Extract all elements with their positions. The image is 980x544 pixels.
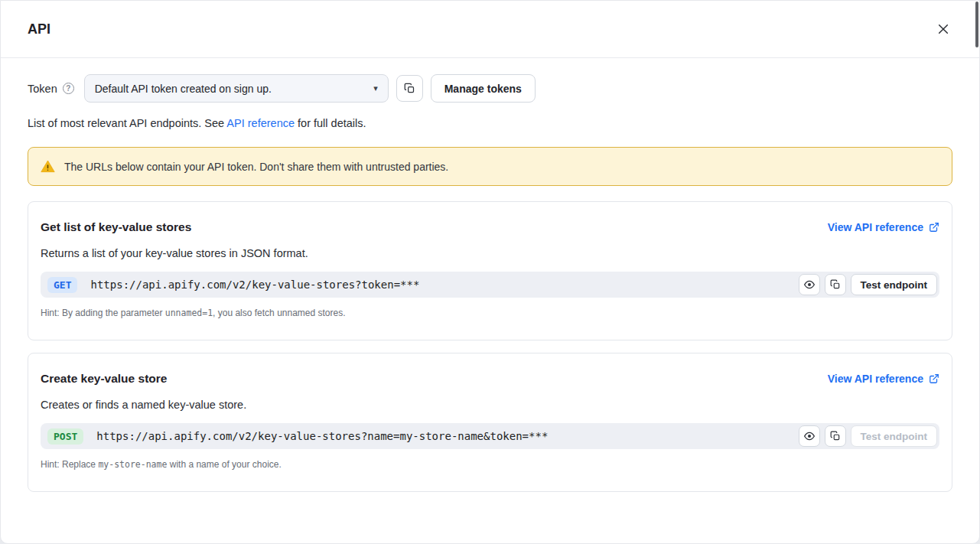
hint-code: my-store-name [98, 459, 167, 470]
endpoint-url-bar: POST https://api.apify.com/v2/key-value-… [41, 423, 939, 449]
manage-tokens-button[interactable]: Manage tokens [431, 74, 536, 103]
close-icon [937, 23, 949, 35]
method-badge: POST [47, 428, 83, 445]
token-row: Token ? Default API token created on sig… [28, 74, 952, 103]
endpoint-card-get-list: Get list of key-value stores View API re… [28, 201, 952, 340]
dialog-body: Token ? Default API token created on sig… [1, 74, 979, 492]
hint-text-after: with a name of your choice. [167, 459, 281, 470]
url-actions: Test endpoint [799, 274, 938, 295]
token-label: Token [28, 83, 57, 95]
card-header: Create key-value store View API referenc… [41, 372, 939, 386]
page-title: API [28, 21, 50, 37]
reveal-token-button[interactable] [799, 425, 820, 447]
dialog-header: API [1, 1, 979, 58]
copy-token-button[interactable] [396, 75, 423, 102]
view-api-reference-link[interactable]: View API reference [828, 373, 939, 385]
copy-url-button[interactable] [825, 425, 846, 447]
test-endpoint-button[interactable]: Test endpoint [851, 425, 938, 447]
eye-icon [803, 430, 816, 442]
token-select[interactable]: Default API token created on sign up. ▾ [84, 74, 389, 103]
endpoint-url-bar: GET https://api.apify.com/v2/key-value-s… [41, 272, 939, 298]
endpoint-description: Returns a list of your key-value stores … [41, 247, 939, 259]
endpoint-hint: Hint: Replace my-store-name with a name … [41, 459, 939, 470]
hint-text-after: , you also fetch unnamed stores. [213, 308, 345, 318]
api-reference-link[interactable]: API reference [226, 117, 295, 129]
method-badge: GET [47, 277, 77, 293]
intro-text-after: for full details. [295, 117, 366, 129]
endpoint-card-create-store: Create key-value store View API referenc… [28, 353, 952, 492]
view-api-reference-label: View API reference [828, 373, 923, 385]
test-endpoint-button[interactable]: Test endpoint [851, 274, 938, 295]
hint-text-before: Hint: Replace [41, 459, 98, 470]
endpoint-hint: Hint: By adding the parameter unnamed=1,… [41, 308, 939, 318]
endpoint-url: https://api.apify.com/v2/key-value-store… [96, 430, 548, 442]
endpoint-title: Create key-value store [41, 372, 167, 386]
api-dialog: API Token ? Default API token created on… [0, 0, 980, 544]
view-api-reference-link[interactable]: View API reference [828, 221, 939, 233]
copy-icon [830, 279, 841, 290]
help-icon[interactable]: ? [63, 83, 74, 94]
card-header: Get list of key-value stores View API re… [41, 220, 939, 234]
scrollbar-thumb[interactable] [975, 2, 978, 47]
view-api-reference-label: View API reference [828, 221, 923, 233]
intro-text-before: List of most relevant API endpoints. See [28, 117, 226, 129]
warning-icon [41, 159, 55, 174]
endpoint-title: Get list of key-value stores [41, 220, 191, 234]
chevron-down-icon: ▾ [373, 83, 378, 93]
copy-icon [404, 83, 415, 94]
warning-banner: The URLs below contain your API token. D… [28, 147, 952, 186]
copy-icon [830, 431, 841, 441]
url-actions: Test endpoint [799, 425, 938, 447]
eye-icon [803, 279, 816, 291]
close-button[interactable] [933, 18, 954, 40]
intro-text: List of most relevant API endpoints. See… [28, 117, 952, 129]
external-link-icon [929, 222, 939, 233]
hint-code: unnamed=1 [165, 308, 213, 318]
copy-url-button[interactable] [825, 274, 846, 295]
endpoint-url: https://api.apify.com/v2/key-value-store… [90, 279, 419, 291]
hint-text-before: Hint: By adding the parameter [41, 308, 165, 318]
reveal-token-button[interactable] [799, 274, 820, 295]
token-select-value: Default API token created on sign up. [95, 83, 272, 95]
endpoint-description: Creates or finds a named key-value store… [41, 399, 939, 411]
external-link-icon [929, 373, 939, 384]
warning-text: The URLs below contain your API token. D… [64, 161, 448, 173]
